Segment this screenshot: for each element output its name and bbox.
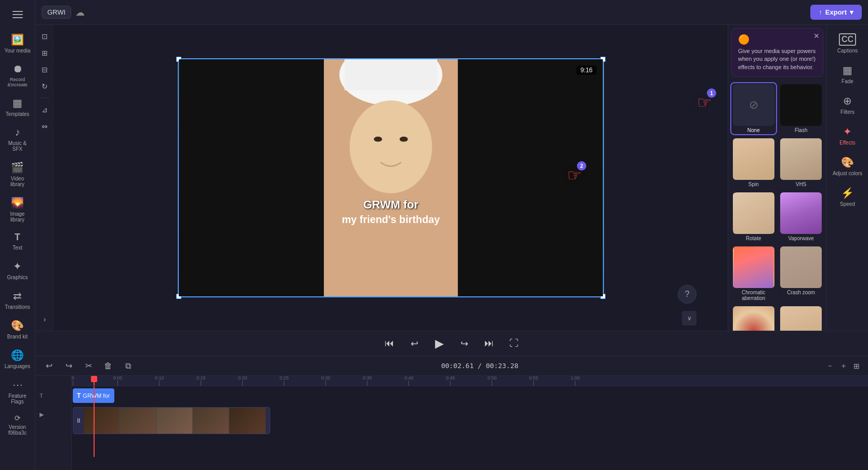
empty-track-row [72,436,868,457]
ruler-mark-15: 0:15 [196,376,206,386]
sidebar-item-transitions[interactable]: ⇄ Transitions [2,285,33,314]
collapse-panel-btn[interactable]: › [37,312,52,327]
track-pause-button[interactable]: ⏸ [75,417,82,424]
right-tool-speed[interactable]: ⚡ Speed [830,182,866,211]
effect-vhs[interactable]: VHS [779,137,824,188]
sidebar-item-video-library[interactable]: 🎬 Video library [2,157,33,191]
svg-point-6 [400,137,408,142]
delete-button[interactable]: 🗑 [101,359,115,373]
zoom-out-button[interactable]: － [824,360,836,372]
image-library-icon: 🌄 [11,197,24,209]
effect-thumb-vhs [780,138,822,180]
effect-chromatic-aberration[interactable]: Chromatic aberration [731,245,776,302]
resize-tool[interactable]: ⊞ [37,46,52,60]
effect-rotate[interactable]: Rotate [731,191,776,242]
text-track-icon: T [77,392,81,399]
svg-text:my friend's birthday: my friend's birthday [342,214,440,225]
effect-label-flash: Flash [795,127,807,133]
skip-back-button[interactable]: ⏮ [381,335,398,352]
transform-tool[interactable]: ⊿ [37,102,52,117]
flip-tool[interactable]: ⇔ [37,119,52,134]
right-tool-effects[interactable]: ✦ Effects [830,121,866,150]
cut-button[interactable]: ✂ [81,359,96,373]
effect-flash[interactable]: Flash [779,83,824,134]
sidebar-label-version: Version f06ba3c [4,424,31,436]
effect-thumb-slowzoomrandom [780,306,822,331]
fade-icon: ▦ [843,64,852,76]
svg-text:GRWM for: GRWM for [363,198,419,211]
ruler-marks: 0 0:05 0:10 [72,376,868,386]
sidebar-item-text[interactable]: T Text [2,228,33,255]
help-button[interactable]: ? [678,285,696,304]
captions-icon: CC [839,33,856,46]
effect-crash-zoom[interactable]: Crash zoom [779,245,824,302]
ruler-mark-20: 0:20 [238,376,247,386]
sidebar-item-templates[interactable]: ▦ Templates [2,93,33,121]
transitions-icon: ⇄ [13,290,22,302]
main-area: GRWI ☁ ↑ Export ▾ ⊡ ⊞ ⊟ ↻ ⊿ ⇔ › [35,0,868,470]
effect-thumb-flash [780,84,822,126]
info-close-button[interactable]: ✕ [813,32,820,40]
adjust-colors-label: Adjust colors [833,171,862,176]
fit-tool[interactable]: ⊟ [37,62,52,77]
video-track-item[interactable]: ⏸ [73,407,270,434]
undo-button[interactable]: ↩ [42,359,56,373]
ruler-mark-5: 0:05 [113,376,123,386]
forward-button[interactable]: ↪ [456,335,472,352]
effect-spin[interactable]: Spin [731,137,776,188]
right-tool-adjust-colors[interactable]: 🎨 Adjust colors [830,152,866,180]
playhead[interactable] [94,376,95,386]
timeline-content: T ▶ 0 0:05 [35,376,868,470]
zoom-fit-button[interactable]: ⊞ [851,361,862,371]
info-icon: 🟠 [738,34,817,45]
effect-thumb-spin [733,138,774,180]
skip-forward-button[interactable]: ⏭ [481,335,497,352]
fullscreen-button[interactable]: ⛶ [506,335,522,352]
sidebar-item-music-sfx[interactable]: ♪ Music & SFX [2,122,33,156]
right-tool-captions[interactable]: CC Captions [830,29,866,58]
redo-button[interactable]: ↪ [61,359,76,373]
effect-vaporwave[interactable]: Vaporwave [779,191,824,242]
sidebar-item-feature-flags[interactable]: ⋯ Feature Flags [2,374,33,409]
speed-label: Speed [840,201,855,207]
sidebar-label-image-library: Image library [4,211,31,223]
duplicate-button[interactable]: ⧉ [121,359,135,373]
cloud-save-icon[interactable]: ☁ [75,7,85,18]
zoom-controls: － ＋ ⊞ [824,360,862,372]
ruler-mark-45: 0:45 [446,376,455,386]
effect-label-vhs: VHS [796,181,807,187]
right-tool-fade[interactable]: ▦ Fade [830,60,866,88]
sidebar-label-video-library: Video library [4,176,31,187]
play-button[interactable]: ▶ [431,335,448,352]
rotate-tool[interactable]: ↻ [37,79,52,94]
text-track-row: T GRWM for [72,386,868,405]
hamburger-menu[interactable] [7,4,28,25]
sidebar-item-version[interactable]: ⟳ Version f06ba3c [2,410,33,440]
right-tool-filters[interactable]: ⊕ Filters [830,90,866,119]
collapse-button[interactable]: ∨ [682,311,696,325]
sidebar-item-brand-kit[interactable]: 🎨 Brand kit [2,315,33,344]
sidebar-label-languages: Languages [5,363,31,369]
sidebar-item-your-media[interactable]: 🖼️ Your media [2,29,33,58]
effect-thumb-crash [780,246,822,288]
export-button[interactable]: ↑ Export ▾ [810,5,862,20]
zoom-in-button[interactable]: ＋ [838,360,849,372]
effect-thumb-none: ⊘ [733,84,774,126]
effect-none[interactable]: ⊘ None [731,83,776,134]
video-preview: GRWM for my friend's birthday [179,59,603,296]
sidebar-item-image-library[interactable]: 🌄 Image library [2,192,33,227]
track-label-text: T [35,386,71,405]
effect-slow-zoom-random[interactable]: Slow zoom random [779,305,824,331]
video-canvas[interactable]: GRWM for my friend's birthday 9:16 [178,58,604,297]
sidebar-item-graphics[interactable]: ✦ Graphics [2,256,33,284]
effect-slow-zoom[interactable]: Slow zoom [731,305,776,331]
sidebar-item-record-create[interactable]: ⏺ Record &\ncreate [2,59,33,92]
project-name[interactable]: GRWI [42,6,71,19]
sidebar-label-music: Music & SFX [4,140,31,152]
sidebar-item-languages[interactable]: 🌐 Languages [2,345,33,373]
left-sidebar: 🖼️ Your media ⏺ Record &\ncreate ▦ Templ… [0,0,35,470]
effect-thumb-chromatic [733,246,774,288]
ruler-mark-50: 0:50 [488,376,497,386]
rewind-button[interactable]: ↩ [406,335,423,352]
crop-tool[interactable]: ⊡ [37,29,52,44]
